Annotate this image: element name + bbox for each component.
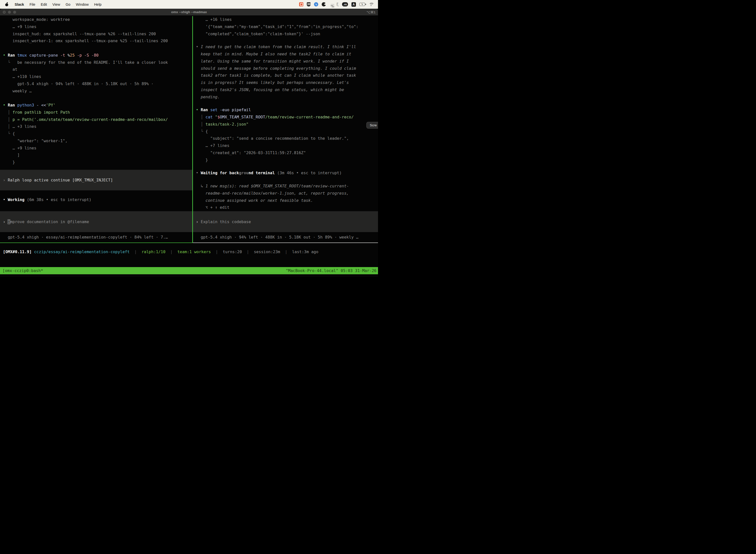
- terminal-line: └ be necessary for the end of the README…: [0, 59, 192, 66]
- terminal-line: task2 after task1 is complete, but can I…: [193, 72, 378, 79]
- terminal-line: ]: [0, 152, 192, 159]
- terminal-line: "worker": "worker-1",: [0, 137, 192, 145]
- menu-item-edit[interactable]: Edit: [38, 2, 50, 6]
- right-pane-rows: … +16 lines '{"team_name":"my-team","tas…: [193, 16, 378, 211]
- prompt-input[interactable]: › Improve documentation in @filename: [0, 211, 192, 232]
- close-button[interactable]: [3, 11, 6, 14]
- menu-item-window[interactable]: Window: [73, 2, 91, 6]
- terminal-line: continue assigned work or next feasible …: [193, 197, 378, 204]
- right-terminal-pane: … +16 lines '{"team_name":"my-team","tas…: [193, 16, 378, 242]
- omx-hud-status-line: [OMX#0.11.9] cczip/essay/ai-reimplementa…: [0, 248, 378, 256]
- terminal-line: • Ran set -euo pipefail: [193, 107, 378, 114]
- terminal-line: workspace_mode: worktree: [0, 16, 192, 23]
- terminal-line: should send a message before completing …: [193, 65, 378, 72]
- terminal-line: }: [193, 157, 378, 164]
- window-title: omx --xhigh --madmax: [171, 10, 207, 14]
- chat-badge-icon[interactable]: [299, 2, 303, 6]
- terminal-line: at: [0, 66, 192, 73]
- terminal-line: "subject": "send a concise recommendatio…: [193, 135, 378, 142]
- prompt-input[interactable]: › Explain this codebase: [193, 211, 378, 232]
- session-status-line: gpt-5.4 xhigh · 94% left · 488K in · 5.1…: [193, 232, 378, 242]
- terminal-line: │ p = Path('.omx/state/team/review-curre…: [0, 116, 192, 123]
- window-titlebar[interactable]: omx --xhigh --madmax ⌥⌘1: [0, 9, 378, 15]
- hook-icon[interactable]: ξ: [336, 2, 338, 7]
- menu-item-go[interactable]: Go: [63, 2, 73, 6]
- terminal-line: pending.: [193, 94, 378, 101]
- blank-line: [193, 101, 378, 107]
- terminal-line: │ … +3 lines: [0, 123, 192, 130]
- menu-item-file[interactable]: File: [27, 2, 38, 6]
- terminal-line: later. Using the same for transition mig…: [193, 58, 378, 65]
- menu-item-help[interactable]: Help: [91, 2, 104, 6]
- screen: Slack File Edit View Go Window Help ϟ ξ …: [0, 0, 378, 277]
- terminal-line: ⌥ + ↑ edit: [193, 204, 378, 211]
- data-61-badge[interactable]: ..61: [342, 2, 348, 6]
- pie-circle-icon[interactable]: [322, 2, 326, 6]
- blank-line: [0, 95, 192, 102]
- terminal-line: is in progress? It seems likely but perh…: [193, 79, 378, 87]
- menu-status-icons: ϟ ξ ..61 A ϟ: [299, 2, 375, 7]
- menu-bar: Slack File Edit View Go Window Help ϟ ξ …: [0, 0, 378, 9]
- blank-line: [193, 38, 378, 44]
- terminal-line: inspect task2's JSON, focusing on the st…: [193, 87, 378, 94]
- terminal-line: │ tasks/task-2.json": [193, 121, 378, 128]
- active-pane-border: [0, 242, 193, 243]
- terminal-line: inspect_worker-1: omx sparkshell --tmux-…: [0, 38, 192, 45]
- terminal-line: … +9 lines: [0, 145, 192, 152]
- terminal-line: readme-and-reco/mailbox/worker-1.json, a…: [193, 190, 378, 197]
- terminal-line: ↳ 1 new msg(s): read $OMX_TEAM_STATE_ROO…: [193, 183, 378, 190]
- blank-line: [193, 177, 378, 183]
- tmux-session-window: [omx-cczip0:bash*: [0, 268, 43, 273]
- left-pane-rows: workspace_mode: worktree … +9 lines insp…: [0, 16, 192, 204]
- input-source-a-icon[interactable]: A: [352, 2, 356, 7]
- terminal-line: │ cat "$OMX_TEAM_STATE_ROOT/team/review-…: [193, 114, 378, 121]
- terminal-line: … +16 lines: [193, 16, 378, 23]
- terminal-line: keep that in mind. Maybe I also need the…: [193, 51, 378, 58]
- terminal-line: … +110 lines: [0, 73, 192, 80]
- terminal-line: … +9 lines: [0, 23, 192, 31]
- terminal-line: '{"team_name":"my-team","task_id":"1","f…: [193, 23, 378, 31]
- terminal-line: │ from pathlib import Path: [0, 109, 192, 116]
- tmux-status-bar: [omx-cczip0:bash* "MacBook-Pro-44.local"…: [0, 267, 378, 274]
- zoom-button[interactable]: [13, 11, 16, 14]
- panes-area: workspace_mode: worktree … +9 lines insp…: [0, 16, 378, 242]
- menu-left: Slack File Edit View Go Window Help: [3, 2, 104, 6]
- notice-banner: › Ralph loop active continue [OMX_TMUX_I…: [0, 170, 192, 190]
- terminal-line: "completed","claim_token":"claim-token"}…: [193, 31, 378, 38]
- terminal-line: • I need to get the claim token from the…: [193, 44, 378, 51]
- apple-menu-icon[interactable]: [5, 2, 8, 6]
- session-status-line: gpt-5.4 xhigh · essay/ai-reimplementatio…: [0, 232, 192, 242]
- blank-line: [0, 45, 192, 52]
- menu-item-view[interactable]: View: [50, 2, 63, 6]
- left-terminal-pane: workspace_mode: worktree … +9 lines insp…: [0, 16, 192, 242]
- terminal-line: gpt-5.4 xhigh · 94% left · 488K in · 5.1…: [0, 80, 192, 88]
- terminal-line: • Ran tmux capture-pane -t %25 -p -S -80: [0, 52, 192, 59]
- traffic-lights: [3, 11, 16, 14]
- menu-app-name[interactable]: Slack: [12, 2, 27, 6]
- tmux-host-clock: "MacBook-Pro-44.local" 05:03 31-Mar-26: [286, 268, 378, 273]
- terminal-line: • Ran python3 - <<'PY': [0, 102, 192, 109]
- terminal-line: └ {: [193, 128, 378, 135]
- minimize-button[interactable]: [8, 11, 11, 14]
- blank-line: [193, 164, 378, 170]
- terminal-line: }: [0, 159, 192, 166]
- terminal-line: … +7 lines: [193, 142, 378, 150]
- battery-charging-icon[interactable]: ϟ: [359, 3, 365, 6]
- inactive-pane-border: [193, 242, 378, 243]
- right-pane-bottom: › Explain this codebase gpt-5.4 xhigh · …: [193, 211, 378, 242]
- terminal-line: "created_at": "2026-03-31T11:59:27.816Z": [193, 150, 378, 157]
- terminal-line: • Waiting for background terminal (3m 46…: [193, 170, 378, 177]
- screen-edge-tooltip[interactable]: Scre: [366, 122, 378, 128]
- terminal-line: inspect_hud: omx sparkshell --tmux-pane …: [0, 31, 192, 38]
- terminal-line: • Working (6m 38s • esc to interrupt): [0, 196, 192, 204]
- grid-shield-icon[interactable]: [307, 2, 311, 6]
- terminal-line: └ {: [0, 130, 192, 137]
- wifi-icon[interactable]: [369, 2, 374, 6]
- window-shortcut: ⌥⌘1: [366, 10, 376, 14]
- terminal-line: weekly …: [0, 88, 192, 95]
- terminal-window: omx --xhigh --madmax ⌥⌘1 workspace_mode:…: [0, 9, 378, 277]
- messages-bolt-icon[interactable]: ϟ: [314, 2, 318, 6]
- left-pane-bottom: › Improve documentation in @filename gpt…: [0, 211, 192, 242]
- dots-grid-icon[interactable]: [329, 3, 333, 6]
